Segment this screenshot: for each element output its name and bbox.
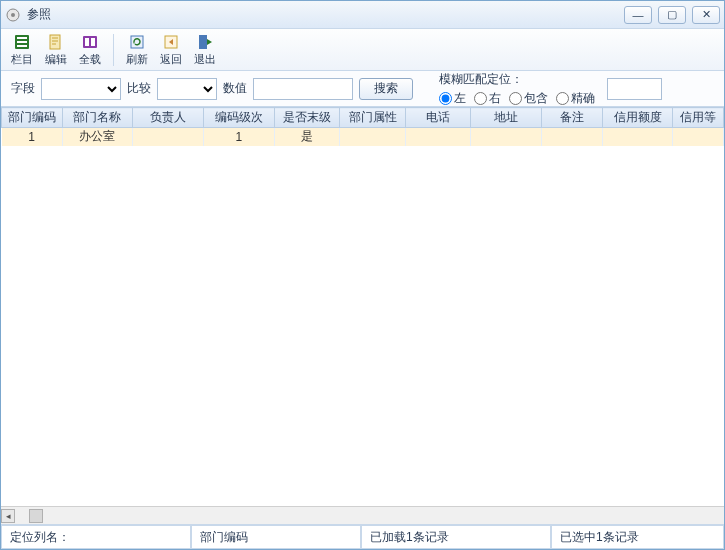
- header-row: 部门编码部门名称负责人编码级次是否末级部门属性电话地址备注信用额度信用等: [2, 108, 724, 128]
- data-grid[interactable]: 部门编码部门名称负责人编码级次是否末级部门属性电话地址备注信用额度信用等 1办公…: [1, 107, 724, 506]
- app-icon: [5, 7, 21, 23]
- col-header[interactable]: 信用额度: [602, 108, 673, 128]
- horizontal-scrollbar[interactable]: ◂: [1, 506, 724, 524]
- svg-rect-8: [85, 38, 89, 46]
- search-button[interactable]: 搜索: [359, 78, 413, 100]
- status-locate-col: 部门编码: [191, 526, 361, 549]
- col-header[interactable]: 编码级次: [203, 108, 274, 128]
- toolbar-separator: [113, 34, 114, 66]
- table-cell: [405, 128, 471, 146]
- fuzzy-right-radio[interactable]: [474, 92, 487, 105]
- fuzzy-right[interactable]: 右: [474, 90, 501, 107]
- table-cell: [471, 128, 542, 146]
- toolbar: 栏目 编辑 全载 刷新 返回 退出: [1, 29, 724, 71]
- toolbar-back-label: 返回: [160, 52, 182, 67]
- fuzzy-group: 模糊匹配定位： 左 右 包含 精确: [439, 71, 595, 107]
- window: 参照 — ▢ ✕ 栏目 编辑 全载 刷新 返回 退出: [0, 0, 725, 550]
- toolbar-exit-label: 退出: [194, 52, 216, 67]
- col-header[interactable]: 信用等: [673, 108, 724, 128]
- fuzzy-contain[interactable]: 包含: [509, 90, 548, 107]
- table-cell: 1: [203, 128, 274, 146]
- filter-bar: 字段 比较 数值 搜索 模糊匹配定位： 左 右 包含 精确: [1, 71, 724, 107]
- status-loaded: 已加载1条记录: [361, 526, 551, 549]
- window-buttons: — ▢ ✕: [624, 6, 720, 24]
- table-cell: 办公室: [62, 128, 133, 146]
- field-label: 字段: [11, 80, 35, 97]
- status-selected: 已选中1条记录: [551, 526, 724, 549]
- svg-rect-3: [17, 37, 27, 39]
- minimize-button[interactable]: —: [624, 6, 652, 24]
- col-header[interactable]: 地址: [471, 108, 542, 128]
- table-row[interactable]: 1办公室1是: [2, 128, 724, 146]
- toolbar-loadall-label: 全载: [79, 52, 101, 67]
- col-header[interactable]: 备注: [542, 108, 603, 128]
- toolbar-refresh-label: 刷新: [126, 52, 148, 67]
- fuzzy-left-radio[interactable]: [439, 92, 452, 105]
- toolbar-back[interactable]: 返回: [156, 33, 186, 67]
- col-header[interactable]: 负责人: [133, 108, 204, 128]
- col-header[interactable]: 是否末级: [274, 108, 340, 128]
- fuzzy-exact-radio[interactable]: [556, 92, 569, 105]
- svg-rect-4: [17, 41, 27, 43]
- table-cell: 是: [274, 128, 340, 146]
- svg-rect-6: [50, 35, 60, 49]
- window-title: 参照: [27, 6, 624, 23]
- table-cell: 1: [2, 128, 63, 146]
- col-header[interactable]: 部门属性: [340, 108, 406, 128]
- col-header[interactable]: 电话: [405, 108, 471, 128]
- toolbar-loadall[interactable]: 全载: [75, 33, 105, 67]
- fuzzy-exact[interactable]: 精确: [556, 90, 595, 107]
- compare-select[interactable]: [157, 78, 217, 100]
- locate-input[interactable]: [607, 78, 662, 100]
- compare-label: 比较: [127, 80, 151, 97]
- status-locate-label: 定位列名：: [1, 526, 191, 549]
- titlebar: 参照 — ▢ ✕: [1, 1, 724, 29]
- fuzzy-contain-radio[interactable]: [509, 92, 522, 105]
- col-header[interactable]: 部门名称: [62, 108, 133, 128]
- field-select[interactable]: [41, 78, 121, 100]
- close-button[interactable]: ✕: [692, 6, 720, 24]
- grid-wrap: 部门编码部门名称负责人编码级次是否末级部门属性电话地址备注信用额度信用等 1办公…: [1, 107, 724, 525]
- table-cell: [673, 128, 724, 146]
- toolbar-edit-label: 编辑: [45, 52, 67, 67]
- fuzzy-title: 模糊匹配定位：: [439, 71, 595, 88]
- value-input[interactable]: [253, 78, 353, 100]
- toolbar-columns-label: 栏目: [11, 52, 33, 67]
- table-cell: [133, 128, 204, 146]
- fuzzy-left[interactable]: 左: [439, 90, 466, 107]
- toolbar-columns[interactable]: 栏目: [7, 33, 37, 67]
- maximize-button[interactable]: ▢: [658, 6, 686, 24]
- value-label: 数值: [223, 80, 247, 97]
- table-cell: [340, 128, 406, 146]
- col-header[interactable]: 部门编码: [2, 108, 63, 128]
- svg-point-1: [11, 13, 15, 17]
- table-cell: [602, 128, 673, 146]
- toolbar-refresh[interactable]: 刷新: [122, 33, 152, 67]
- scroll-thumb[interactable]: [29, 509, 43, 523]
- svg-rect-5: [17, 45, 27, 47]
- table-cell: [542, 128, 603, 146]
- status-bar: 定位列名： 部门编码 已加载1条记录 已选中1条记录: [1, 525, 724, 549]
- scroll-left-arrow[interactable]: ◂: [1, 509, 15, 523]
- svg-rect-12: [199, 35, 207, 49]
- toolbar-edit[interactable]: 编辑: [41, 33, 71, 67]
- svg-rect-9: [91, 38, 95, 46]
- svg-rect-10: [131, 36, 143, 48]
- toolbar-exit[interactable]: 退出: [190, 33, 220, 67]
